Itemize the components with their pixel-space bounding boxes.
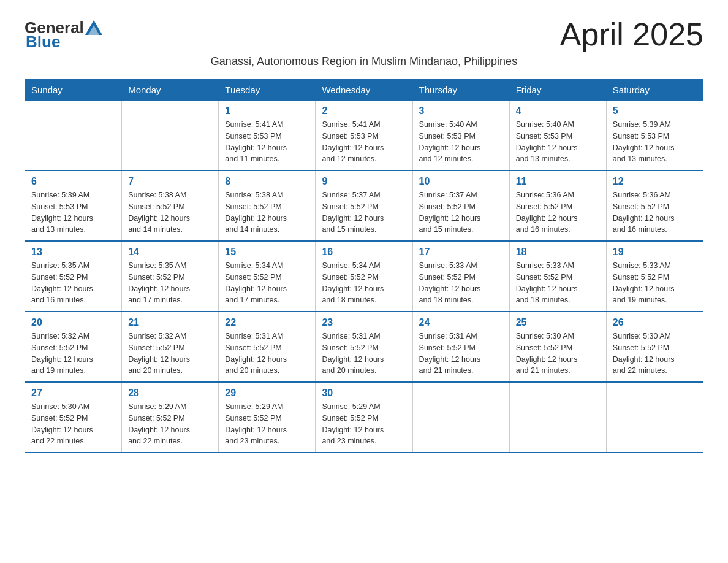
calendar-cell: 11Sunrise: 5:36 AM Sunset: 5:52 PM Dayli… — [509, 170, 606, 241]
day-info: Sunrise: 5:29 AM Sunset: 5:52 PM Dayligh… — [225, 401, 309, 447]
day-info: Sunrise: 5:31 AM Sunset: 5:52 PM Dayligh… — [419, 331, 503, 377]
calendar-cell: 7Sunrise: 5:38 AM Sunset: 5:52 PM Daylig… — [122, 170, 219, 241]
day-number: 19 — [613, 247, 697, 258]
day-number: 10 — [419, 176, 503, 187]
day-info: Sunrise: 5:34 AM Sunset: 5:52 PM Dayligh… — [322, 260, 406, 306]
calendar-cell: 12Sunrise: 5:36 AM Sunset: 5:52 PM Dayli… — [606, 170, 703, 241]
day-number: 29 — [225, 388, 309, 399]
calendar-cell: 14Sunrise: 5:35 AM Sunset: 5:52 PM Dayli… — [122, 241, 219, 312]
month-title: April 2025 — [560, 18, 703, 50]
day-number: 1 — [225, 105, 309, 117]
calendar-table: SundayMondayTuesdayWednesdayThursdayFrid… — [25, 79, 703, 453]
day-info: Sunrise: 5:31 AM Sunset: 5:52 PM Dayligh… — [322, 331, 406, 377]
day-number: 11 — [516, 176, 600, 187]
week-row-4: 20Sunrise: 5:32 AM Sunset: 5:52 PM Dayli… — [25, 312, 703, 382]
week-row-2: 6Sunrise: 5:39 AM Sunset: 5:53 PM Daylig… — [25, 170, 703, 241]
day-number: 13 — [31, 247, 115, 258]
calendar-cell: 21Sunrise: 5:32 AM Sunset: 5:52 PM Dayli… — [122, 312, 219, 382]
calendar-body: 1Sunrise: 5:41 AM Sunset: 5:53 PM Daylig… — [25, 101, 703, 453]
day-number: 21 — [128, 317, 212, 328]
day-info: Sunrise: 5:37 AM Sunset: 5:52 PM Dayligh… — [322, 190, 406, 236]
calendar-cell: 19Sunrise: 5:33 AM Sunset: 5:52 PM Dayli… — [606, 241, 703, 312]
day-info: Sunrise: 5:30 AM Sunset: 5:52 PM Dayligh… — [613, 331, 697, 377]
day-number: 28 — [128, 388, 212, 399]
calendar-cell: 23Sunrise: 5:31 AM Sunset: 5:52 PM Dayli… — [316, 312, 412, 382]
day-info: Sunrise: 5:29 AM Sunset: 5:52 PM Dayligh… — [128, 401, 212, 447]
day-number: 6 — [31, 176, 115, 187]
day-number: 3 — [419, 105, 503, 117]
day-number: 26 — [613, 317, 697, 328]
header-cell-sunday: Sunday — [25, 80, 122, 101]
calendar-cell: 5Sunrise: 5:39 AM Sunset: 5:53 PM Daylig… — [606, 101, 703, 171]
day-number: 14 — [128, 247, 212, 258]
logo-triangle-icon — [85, 18, 102, 35]
header-row: SundayMondayTuesdayWednesdayThursdayFrid… — [25, 80, 703, 101]
day-info: Sunrise: 5:41 AM Sunset: 5:53 PM Dayligh… — [225, 119, 309, 165]
day-number: 24 — [419, 317, 503, 328]
calendar-cell: 4Sunrise: 5:40 AM Sunset: 5:53 PM Daylig… — [509, 101, 606, 171]
header-cell-monday: Monday — [122, 80, 219, 101]
logo-blue-text: Blue — [26, 33, 60, 52]
day-info: Sunrise: 5:32 AM Sunset: 5:52 PM Dayligh… — [31, 331, 115, 377]
day-info: Sunrise: 5:30 AM Sunset: 5:52 PM Dayligh… — [516, 331, 600, 377]
day-info: Sunrise: 5:35 AM Sunset: 5:52 PM Dayligh… — [128, 260, 212, 306]
week-row-5: 27Sunrise: 5:30 AM Sunset: 5:52 PM Dayli… — [25, 382, 703, 453]
calendar-cell: 26Sunrise: 5:30 AM Sunset: 5:52 PM Dayli… — [606, 312, 703, 382]
calendar-cell: 8Sunrise: 5:38 AM Sunset: 5:52 PM Daylig… — [219, 170, 316, 241]
day-info: Sunrise: 5:37 AM Sunset: 5:52 PM Dayligh… — [419, 190, 503, 236]
day-number: 2 — [322, 105, 406, 117]
calendar-cell: 17Sunrise: 5:33 AM Sunset: 5:52 PM Dayli… — [412, 241, 509, 312]
calendar-cell: 28Sunrise: 5:29 AM Sunset: 5:52 PM Dayli… — [122, 382, 219, 453]
day-info: Sunrise: 5:38 AM Sunset: 5:52 PM Dayligh… — [225, 190, 309, 236]
day-info: Sunrise: 5:30 AM Sunset: 5:52 PM Dayligh… — [31, 401, 115, 447]
day-info: Sunrise: 5:38 AM Sunset: 5:52 PM Dayligh… — [128, 190, 212, 236]
day-number: 16 — [322, 247, 406, 258]
day-number: 23 — [322, 317, 406, 328]
week-row-1: 1Sunrise: 5:41 AM Sunset: 5:53 PM Daylig… — [25, 101, 703, 171]
calendar-cell — [25, 101, 122, 171]
calendar-cell — [606, 382, 703, 453]
calendar-cell: 22Sunrise: 5:31 AM Sunset: 5:52 PM Dayli… — [219, 312, 316, 382]
day-number: 12 — [613, 176, 697, 187]
calendar-cell — [509, 382, 606, 453]
day-info: Sunrise: 5:39 AM Sunset: 5:53 PM Dayligh… — [31, 190, 115, 236]
calendar-cell — [122, 101, 219, 171]
header-cell-thursday: Thursday — [412, 80, 509, 101]
day-info: Sunrise: 5:35 AM Sunset: 5:52 PM Dayligh… — [31, 260, 115, 306]
week-row-3: 13Sunrise: 5:35 AM Sunset: 5:52 PM Dayli… — [25, 241, 703, 312]
day-info: Sunrise: 5:36 AM Sunset: 5:52 PM Dayligh… — [516, 190, 600, 236]
day-number: 15 — [225, 247, 309, 258]
day-info: Sunrise: 5:33 AM Sunset: 5:52 PM Dayligh… — [419, 260, 503, 306]
day-info: Sunrise: 5:29 AM Sunset: 5:52 PM Dayligh… — [322, 401, 406, 447]
day-number: 18 — [516, 247, 600, 258]
day-number: 5 — [613, 105, 697, 117]
calendar-cell: 27Sunrise: 5:30 AM Sunset: 5:52 PM Dayli… — [25, 382, 122, 453]
calendar-cell: 3Sunrise: 5:40 AM Sunset: 5:53 PM Daylig… — [412, 101, 509, 171]
header-cell-wednesday: Wednesday — [316, 80, 412, 101]
subtitle: Ganassi, Autonomous Region in Muslim Min… — [25, 55, 703, 68]
day-number: 17 — [419, 247, 503, 258]
day-info: Sunrise: 5:33 AM Sunset: 5:52 PM Dayligh… — [516, 260, 600, 306]
calendar-cell: 25Sunrise: 5:30 AM Sunset: 5:52 PM Dayli… — [509, 312, 606, 382]
day-info: Sunrise: 5:40 AM Sunset: 5:53 PM Dayligh… — [419, 119, 503, 165]
calendar-cell: 30Sunrise: 5:29 AM Sunset: 5:52 PM Dayli… — [316, 382, 412, 453]
calendar-cell: 15Sunrise: 5:34 AM Sunset: 5:52 PM Dayli… — [219, 241, 316, 312]
day-number: 22 — [225, 317, 309, 328]
day-number: 30 — [322, 388, 406, 399]
calendar-cell: 18Sunrise: 5:33 AM Sunset: 5:52 PM Dayli… — [509, 241, 606, 312]
day-number: 27 — [31, 388, 115, 399]
calendar-cell: 20Sunrise: 5:32 AM Sunset: 5:52 PM Dayli… — [25, 312, 122, 382]
day-info: Sunrise: 5:31 AM Sunset: 5:52 PM Dayligh… — [225, 331, 309, 377]
header-cell-saturday: Saturday — [606, 80, 703, 101]
day-number: 9 — [322, 176, 406, 187]
calendar-cell — [412, 382, 509, 453]
header-cell-friday: Friday — [509, 80, 606, 101]
calendar-cell: 9Sunrise: 5:37 AM Sunset: 5:52 PM Daylig… — [316, 170, 412, 241]
calendar-cell: 13Sunrise: 5:35 AM Sunset: 5:52 PM Dayli… — [25, 241, 122, 312]
page-header: General Blue April 2025 — [25, 18, 703, 52]
calendar-cell: 6Sunrise: 5:39 AM Sunset: 5:53 PM Daylig… — [25, 170, 122, 241]
day-info: Sunrise: 5:40 AM Sunset: 5:53 PM Dayligh… — [516, 119, 600, 165]
day-number: 20 — [31, 317, 115, 328]
logo: General Blue — [25, 18, 102, 52]
calendar-cell: 10Sunrise: 5:37 AM Sunset: 5:52 PM Dayli… — [412, 170, 509, 241]
